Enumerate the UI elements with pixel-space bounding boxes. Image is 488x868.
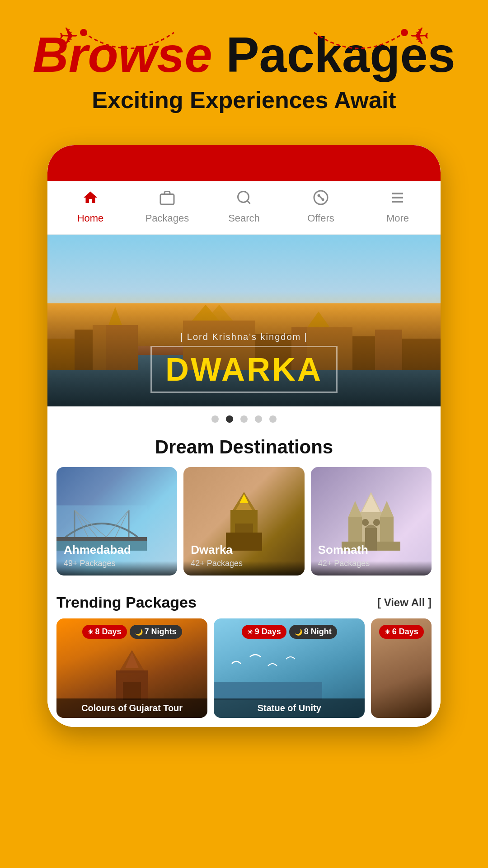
dot-3[interactable]	[255, 415, 262, 423]
svg-marker-45	[362, 494, 380, 512]
trending-title: Trending Packages	[56, 594, 197, 611]
somnath-info: Somnath 42+ Packages	[311, 536, 432, 576]
hero-banner: | Lord Krishna's kingdom | DWARKA	[47, 235, 441, 406]
ahmedabad-packages: 49+ Packages	[64, 559, 170, 568]
svg-point-3	[238, 192, 249, 203]
ahmedabad-info: Ahmedabad 49+ Packages	[56, 536, 177, 576]
nav-more-label: More	[386, 212, 409, 224]
destinations-grid: Ahmedabad 49+ Packages	[47, 467, 441, 585]
trend-card-gujarat[interactable]: ☀ 8 Days 🌙 7 Nights Colours of Gujarat T…	[56, 618, 207, 718]
somnath-name: Somnath	[318, 543, 424, 557]
nav-home-label: Home	[77, 212, 104, 224]
nav-search-label: Search	[228, 212, 260, 224]
svg-rect-54	[373, 519, 380, 526]
dots-indicator	[47, 406, 441, 432]
dest-card-dwarka[interactable]: Dwarka 42+ Packages	[183, 467, 304, 576]
nav-search[interactable]: Search	[221, 189, 267, 224]
statue-label: Statue of Unity	[214, 698, 365, 718]
phone-top-bar	[47, 145, 441, 181]
top-banner: ✈ ✈ Browse Packages Exciting Experiences…	[0, 0, 488, 132]
trending-cards: ☀ 8 Days 🌙 7 Nights Colours of Gujarat T…	[56, 618, 432, 718]
dwarka-info: Dwarka 42+ Packages	[183, 536, 304, 576]
trending-section: Trending Packages [ View All ] ☀ 8 Days	[47, 585, 441, 727]
hero-content: | Lord Krishna's kingdom | DWARKA	[150, 332, 338, 393]
statue-duration: ☀ 9 Days 🌙 8 Night	[214, 625, 365, 639]
nav-offers-label: Offers	[307, 212, 334, 224]
svg-rect-53	[362, 519, 369, 526]
search-icon	[236, 189, 252, 210]
bottom-nav: Home Packages Search	[47, 181, 441, 235]
bottom-padding	[0, 727, 488, 754]
nav-packages[interactable]: Packages	[145, 189, 190, 224]
svg-rect-58	[123, 682, 141, 700]
svg-rect-59	[214, 682, 322, 700]
deco-arc-right	[310, 28, 409, 55]
view-all-button[interactable]: [ View All ]	[377, 596, 432, 609]
plane-right-icon: ✈	[409, 23, 429, 50]
dwarka-name: Dwarka	[191, 543, 297, 557]
svg-point-6	[318, 195, 319, 196]
svg-point-0	[80, 29, 87, 36]
hero-subtitle-text: | Lord Krishna's kingdom |	[150, 332, 338, 342]
svg-marker-47	[348, 501, 362, 517]
more-icon	[389, 189, 406, 210]
dot-2[interactable]	[240, 415, 248, 423]
packages-icon	[159, 189, 175, 210]
statue-days: ☀ 9 Days	[242, 625, 286, 639]
plane-left-icon: ✈	[59, 23, 79, 50]
svg-point-1	[401, 29, 408, 36]
card3-days: ☀ 6 Days	[379, 625, 424, 639]
dest-card-somnath[interactable]: Somnath 42+ Packages	[311, 467, 432, 576]
dot-1[interactable]	[226, 415, 233, 423]
somnath-packages: 42+ Packages	[318, 559, 424, 568]
nav-more[interactable]: More	[375, 189, 420, 224]
trend-card-statue[interactable]: ☀ 9 Days 🌙 8 Night Statue of Unity	[214, 618, 365, 718]
gujarat-days: ☀ 8 Days	[82, 625, 127, 639]
ahmedabad-name: Ahmedabad	[64, 543, 170, 557]
dwarka-packages: 42+ Packages	[191, 559, 297, 568]
home-icon	[82, 189, 99, 210]
dot-4[interactable]	[269, 415, 277, 423]
card3-duration: ☀ 6 Days	[371, 625, 432, 639]
dest-card-ahmedabad[interactable]: Ahmedabad 49+ Packages	[56, 467, 177, 576]
hero-title-text: DWARKA	[150, 346, 338, 393]
offers-icon	[313, 189, 329, 210]
gujarat-nights: 🌙 7 Nights	[130, 625, 182, 639]
destinations-title: Dream Destinations	[47, 432, 441, 467]
svg-marker-49	[380, 501, 394, 517]
phone-container: Home Packages Search	[47, 145, 441, 727]
destinations-section: Dream Destinations	[47, 432, 441, 585]
svg-point-7	[322, 199, 324, 200]
deco-arc-left	[79, 28, 178, 55]
statue-card-scene	[214, 646, 322, 700]
nav-offers[interactable]: Offers	[298, 189, 343, 224]
gujarat-card-scene	[87, 646, 177, 700]
gujarat-label: Colours of Gujarat Tour	[56, 698, 207, 718]
nav-home[interactable]: Home	[68, 189, 113, 224]
statue-nights: 🌙 8 Night	[289, 625, 337, 639]
banner-subtitle: Exciting Experiences Await	[27, 86, 461, 113]
trend-card-3[interactable]: ☀ 6 Days	[371, 618, 432, 718]
trending-header: Trending Packages [ View All ]	[56, 594, 432, 611]
dot-0[interactable]	[211, 415, 219, 423]
svg-rect-2	[160, 194, 174, 205]
svg-rect-35	[56, 505, 147, 537]
nav-packages-label: Packages	[145, 212, 189, 224]
gujarat-duration: ☀ 8 Days 🌙 7 Nights	[56, 625, 207, 639]
